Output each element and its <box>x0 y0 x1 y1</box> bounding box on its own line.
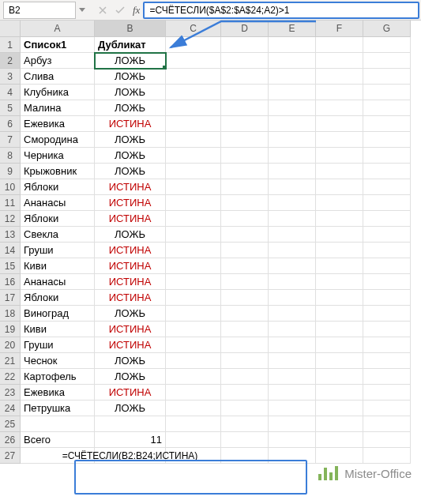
cell-C10[interactable] <box>166 179 221 195</box>
cell-D11[interactable] <box>221 195 269 211</box>
cell-G7[interactable] <box>363 132 411 148</box>
row-header-10[interactable]: 10 <box>0 179 21 195</box>
cell-F7[interactable] <box>316 132 363 148</box>
name-box[interactable]: B2 <box>3 2 76 19</box>
cell-A5[interactable]: Малина <box>21 100 95 116</box>
cell-A22[interactable]: Картофель <box>21 369 95 385</box>
cell-B3[interactable]: ЛОЖЬ <box>95 69 166 85</box>
cancel-formula-button[interactable] <box>95 2 111 18</box>
cell-F17[interactable] <box>316 290 363 306</box>
cell-B22[interactable]: ЛОЖЬ <box>95 369 166 385</box>
cell-G8[interactable] <box>363 148 411 164</box>
name-box-dropdown[interactable] <box>76 2 88 19</box>
cell-F21[interactable] <box>316 353 363 369</box>
row-header-24[interactable]: 24 <box>0 401 21 416</box>
cell-D6[interactable] <box>221 116 269 132</box>
cell-C13[interactable] <box>166 227 221 243</box>
cell-A11[interactable]: Ананасы <box>21 195 95 211</box>
cell-D10[interactable] <box>221 179 269 195</box>
cell-E21[interactable] <box>269 353 316 369</box>
cell-B19[interactable]: ИСТИНА <box>95 322 166 337</box>
cell-F23[interactable] <box>316 385 363 401</box>
row-header-12[interactable]: 12 <box>0 211 21 227</box>
cell-F26[interactable] <box>316 432 363 448</box>
cell-E17[interactable] <box>269 290 316 306</box>
cell-E10[interactable] <box>269 179 316 195</box>
cell-F5[interactable] <box>316 100 363 116</box>
cell-B4[interactable]: ЛОЖЬ <box>95 85 166 100</box>
row-header-18[interactable]: 18 <box>0 306 21 322</box>
cell-G14[interactable] <box>363 243 411 258</box>
row-header-9[interactable]: 9 <box>0 164 21 179</box>
cell-D25[interactable] <box>221 416 269 432</box>
cell-B20[interactable]: ИСТИНА <box>95 337 166 353</box>
cell-G24[interactable] <box>363 401 411 416</box>
cell-C9[interactable] <box>166 164 221 179</box>
cell-E12[interactable] <box>269 211 316 227</box>
column-header-C[interactable]: C <box>166 21 221 37</box>
cell-B1[interactable]: Дубликат <box>95 37 166 53</box>
cell-B13[interactable]: ЛОЖЬ <box>95 227 166 243</box>
cell-A4[interactable]: Клубника <box>21 85 95 100</box>
cell-G22[interactable] <box>363 369 411 385</box>
cell-B16[interactable]: ИСТИНА <box>95 274 166 290</box>
cell-C2[interactable] <box>166 53 221 69</box>
cell-F18[interactable] <box>316 306 363 322</box>
cell-G13[interactable] <box>363 227 411 243</box>
cell-F15[interactable] <box>316 258 363 274</box>
cell-C18[interactable] <box>166 306 221 322</box>
cell-A16[interactable]: Ананасы <box>21 274 95 290</box>
row-header-21[interactable]: 21 <box>0 353 21 369</box>
cell-F20[interactable] <box>316 337 363 353</box>
cell-G6[interactable] <box>363 116 411 132</box>
cell-A9[interactable]: Крыжовник <box>21 164 95 179</box>
cell-E18[interactable] <box>269 306 316 322</box>
formula-input[interactable]: =СЧЁТЕСЛИ($A$2:$A$24;A2)>1 <box>143 2 419 19</box>
cell-G16[interactable] <box>363 274 411 290</box>
cell-B24[interactable]: ЛОЖЬ <box>95 401 166 416</box>
cell-E15[interactable] <box>269 258 316 274</box>
cell-F8[interactable] <box>316 148 363 164</box>
cell-C11[interactable] <box>166 195 221 211</box>
cell-C14[interactable] <box>166 243 221 258</box>
column-header-F[interactable]: F <box>316 21 363 37</box>
cell-D15[interactable] <box>221 258 269 274</box>
cell-G18[interactable] <box>363 306 411 322</box>
cell-F11[interactable] <box>316 195 363 211</box>
cell-D18[interactable] <box>221 306 269 322</box>
cell-C1[interactable] <box>166 37 221 53</box>
cell-C23[interactable] <box>166 385 221 401</box>
cell-A12[interactable]: Яблоки <box>21 211 95 227</box>
cell-A1[interactable]: Список1 <box>21 37 95 53</box>
cell-C7[interactable] <box>166 132 221 148</box>
cell-G4[interactable] <box>363 85 411 100</box>
cell-E27[interactable] <box>269 448 316 464</box>
cell-B7[interactable]: ЛОЖЬ <box>95 132 166 148</box>
cell-F13[interactable] <box>316 227 363 243</box>
cell-A15[interactable]: Киви <box>21 258 95 274</box>
cell-D8[interactable] <box>221 148 269 164</box>
cell-G20[interactable] <box>363 337 411 353</box>
cell-A26[interactable]: Всего <box>21 432 95 448</box>
cell-D21[interactable] <box>221 353 269 369</box>
cell-A3[interactable]: Слива <box>21 69 95 85</box>
cell-F19[interactable] <box>316 322 363 337</box>
cell-A17[interactable]: Яблоки <box>21 290 95 306</box>
cell-F25[interactable] <box>316 416 363 432</box>
cell-E6[interactable] <box>269 116 316 132</box>
cell-D16[interactable] <box>221 274 269 290</box>
cell-A10[interactable]: Яблоки <box>21 179 95 195</box>
row-header-13[interactable]: 13 <box>0 227 21 243</box>
cell-C12[interactable] <box>166 211 221 227</box>
cell-F10[interactable] <box>316 179 363 195</box>
cell-C3[interactable] <box>166 69 221 85</box>
cell-C6[interactable] <box>166 116 221 132</box>
cell-A6[interactable]: Ежевика <box>21 116 95 132</box>
cell-D7[interactable] <box>221 132 269 148</box>
cell-G26[interactable] <box>363 432 411 448</box>
cell-D1[interactable] <box>221 37 269 53</box>
cell-B2[interactable]: ЛОЖЬ <box>95 53 166 69</box>
cell-G2[interactable] <box>363 53 411 69</box>
select-all-corner[interactable] <box>0 21 21 37</box>
row-header-22[interactable]: 22 <box>0 369 21 385</box>
